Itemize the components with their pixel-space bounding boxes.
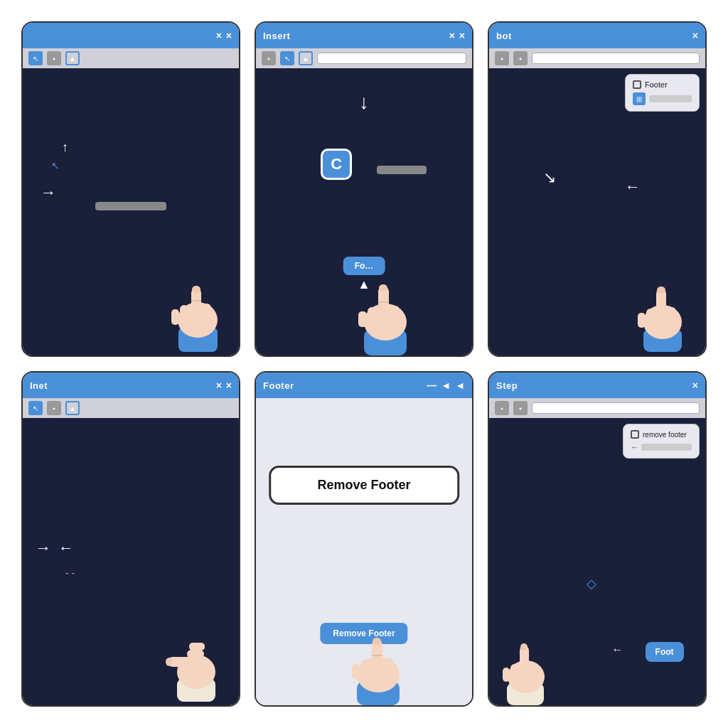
panel2-controls: × × [449, 31, 465, 41]
panel3-arrow1: ↘ [543, 168, 556, 187]
svg-rect-26 [186, 668, 204, 677]
panel1-close-x2[interactable]: × [226, 31, 232, 41]
panel3-hand [631, 277, 695, 352]
svg-rect-33 [384, 658, 393, 678]
svg-rect-41 [530, 663, 538, 681]
svg-rect-35 [352, 664, 360, 680]
panel6-arrow-left-icon: ← [631, 442, 639, 452]
panel2-tool-sq: ▪ [262, 51, 276, 65]
panel2-titlebar: Insert × × [256, 23, 472, 48]
panel4-titlebar: Inet × × [23, 373, 239, 398]
panel4-body: → ← - - [23, 418, 239, 705]
panel4-close-x2[interactable]: × [226, 380, 232, 390]
panel6-close-x[interactable]: × [692, 380, 698, 390]
panel3-toolbar: ▪ ▪ [489, 48, 705, 68]
panel-6: Step × ▪ ▪ remove footer ← [488, 371, 707, 707]
svg-rect-20 [646, 309, 655, 326]
panel1-controls: × × [216, 31, 232, 41]
panel5-close-x[interactable]: — [427, 380, 437, 390]
panel4-tool-up: ▲ [65, 401, 80, 415]
panel5-title: Footer [263, 380, 294, 391]
panel1-toolbar: ↖ ▪ ▲ [23, 48, 239, 68]
svg-rect-13 [358, 311, 367, 327]
svg-point-36 [373, 638, 381, 645]
panel6-foot-button[interactable]: Foot [646, 642, 684, 662]
panel5-big-button[interactable]: Remove Footer [269, 466, 459, 505]
panel2-hand [350, 274, 421, 355]
panel5-body: Remove Footer Remove Footer [256, 398, 472, 705]
panel6-tool-sq1: ▪ [495, 401, 509, 415]
svg-rect-4 [180, 305, 188, 323]
panel1-bar [95, 202, 166, 210]
panel6-diamond: ◇ [587, 576, 596, 592]
panel3-controls: × [692, 31, 698, 41]
panel4-tool-arr: ↖ [28, 401, 43, 415]
svg-rect-43 [503, 668, 510, 682]
panel6-input-row: ← [631, 442, 692, 452]
svg-rect-42 [510, 664, 518, 681]
panel4-dash: - - [65, 567, 75, 579]
panel2-footer-btn[interactable]: Fo… [343, 257, 385, 275]
panel4-tool-sq: ▪ [47, 401, 61, 415]
panel2-tool-up: ▲ [299, 51, 313, 65]
svg-rect-12 [368, 307, 377, 326]
panel1-arrow-right: → [41, 183, 56, 202]
panel5-arrow-left2: ◄ [455, 380, 465, 391]
svg-rect-34 [361, 660, 370, 678]
panel3-sub-item: ⊞ [633, 92, 692, 105]
panel6-input [532, 402, 700, 414]
instruction-grid: × × ↖ ▪ ▲ → ↑ ↖ [0, 0, 728, 728]
panel3-footer-item: Footer [633, 80, 692, 89]
panel5-controls: — ◄ ◄ [427, 380, 465, 391]
svg-rect-11 [390, 306, 400, 326]
panel3-body: Footer ⊞ ↘ ← [489, 68, 705, 355]
panel3-titlebar: bot × [489, 23, 705, 48]
svg-point-6 [192, 286, 200, 293]
panel-5: Footer — ◄ ◄ Remove Footer Remove Footer [255, 371, 473, 707]
panel-1: × × ↖ ▪ ▲ → ↑ ↖ [21, 21, 240, 357]
svg-rect-19 [668, 307, 676, 326]
svg-rect-3 [203, 304, 211, 323]
panel1-tool-up: ▲ [65, 51, 80, 65]
panel3-tool-sq: ▪ [495, 51, 509, 65]
panel1-close-x[interactable]: × [216, 31, 222, 41]
svg-rect-27 [187, 650, 204, 658]
svg-rect-25 [168, 657, 201, 667]
panel3-arrow2: ← [625, 178, 641, 196]
panel5-arrow-left: ◄ [441, 380, 451, 391]
panel6-hand [496, 634, 557, 705]
svg-rect-21 [638, 313, 646, 328]
panel6-arrow-to-btn: ← [611, 643, 623, 656]
panel6-toolbar: ▪ ▪ [489, 398, 705, 418]
panel2-title: Insert [263, 31, 290, 41]
svg-rect-5 [171, 309, 179, 325]
svg-point-44 [520, 643, 528, 651]
panel3-title: bot [496, 31, 512, 41]
panel2-close-x2[interactable]: × [459, 31, 465, 41]
panel2-input [317, 53, 466, 64]
panel3-checkbox[interactable] [633, 80, 641, 89]
panel2-close-x[interactable]: × [449, 31, 455, 41]
panel6-input-bar [641, 444, 692, 451]
panel5-titlebar: Footer — ◄ ◄ [256, 373, 472, 398]
panel1-tool-arrow: ↖ [28, 51, 43, 65]
panel2-toolbar: ▪ ↖ ▲ [256, 48, 472, 68]
panel6-remove-label: remove footer [643, 431, 687, 439]
panel1-titlebar: × × [23, 23, 239, 48]
svg-point-29 [166, 658, 173, 666]
panel6-tool-sq2: ▪ [513, 401, 528, 415]
panel4-title: Inet [30, 380, 48, 391]
panel2-body: ↓ C Fo… ▲ [256, 68, 472, 355]
panel6-controls: × [692, 380, 698, 390]
svg-point-14 [379, 284, 387, 291]
panel5-hand [343, 627, 414, 705]
svg-rect-18 [656, 289, 666, 322]
panel3-close-x[interactable]: × [692, 31, 698, 41]
panel4-close-x[interactable]: × [216, 380, 222, 390]
panel4-arrow-left: ← [58, 539, 74, 557]
panel6-checkbox[interactable] [631, 430, 639, 439]
panel4-controls: × × [216, 380, 232, 390]
panel6-dropdown: remove footer ← [623, 424, 700, 459]
panel6-remove-item: remove footer [631, 430, 692, 439]
panel1-blue-arrow: ↖ [51, 160, 60, 171]
